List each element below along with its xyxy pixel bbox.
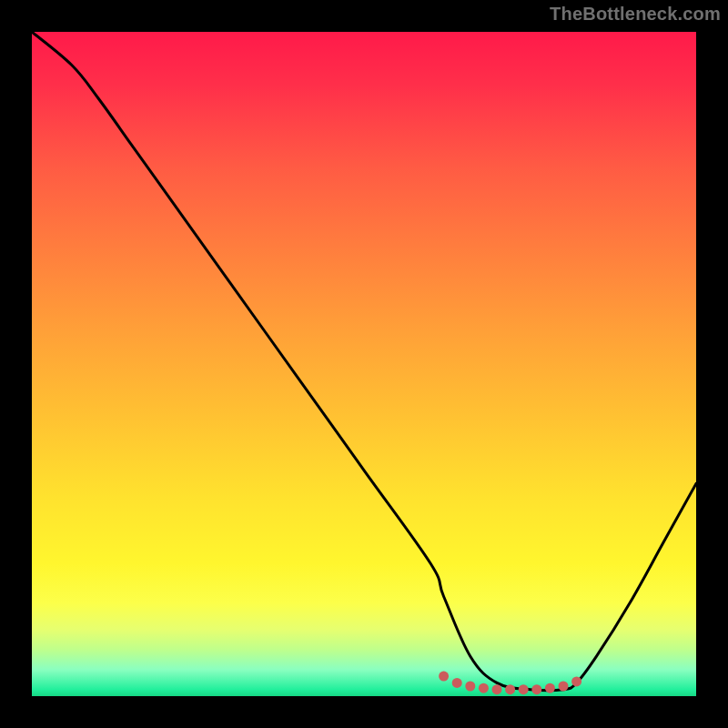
optimal-range-dot <box>492 684 502 694</box>
bottleneck-curve-line <box>32 32 696 691</box>
chart-plot-area <box>32 32 696 696</box>
attribution-text: TheBottleneck.com <box>550 4 721 25</box>
optimal-range-dot <box>439 672 449 682</box>
optimal-range-dot <box>559 682 569 692</box>
optimal-range-dot <box>571 676 581 686</box>
optimal-range-dot <box>479 683 489 693</box>
optimal-range-dot <box>452 678 462 688</box>
optimal-range-dot <box>545 683 555 693</box>
optimal-range-dot <box>531 684 541 694</box>
optimal-range-dot <box>519 684 529 694</box>
optimal-range-dot <box>505 684 515 694</box>
optimal-range-dot <box>465 682 475 692</box>
chart-svg <box>32 32 696 696</box>
